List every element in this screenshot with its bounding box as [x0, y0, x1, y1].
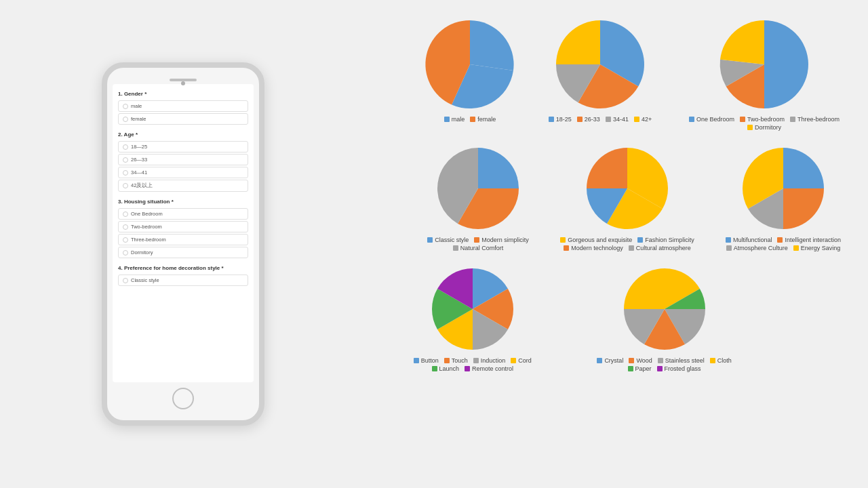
gender-title: 1. Gender * [118, 91, 248, 97]
gender-female[interactable]: female [118, 113, 248, 125]
form-section-housing: 3. Housing situation * One Bedroom Two-b… [118, 199, 248, 258]
legend-style1: Classic style Modern simplicity Natural … [417, 237, 539, 251]
chart-housing: One Bedroom Two-bedroom Three-bedroom Do… [679, 14, 849, 134]
phone-camera [181, 81, 185, 85]
age-34-41[interactable]: 34—41 [118, 167, 248, 178]
chart-style2: Gorgeous and exquisite Fashion Simplicit… [556, 141, 698, 255]
age-26-33[interactable]: 26—33 [118, 154, 248, 165]
chart-style1: Classic style Modern simplicity Natural … [414, 141, 542, 255]
legend-housing: One Bedroom Two-bedroom Three-bedroom Do… [683, 116, 846, 131]
phone-home-button[interactable] [172, 388, 194, 409]
housing-dorm[interactable]: Dormitory [118, 247, 248, 258]
housing-one[interactable]: One Bedroom [118, 208, 248, 220]
decoration-classic[interactable]: Classic style [118, 274, 248, 286]
legend-material: Crystal Wood Stainless steel Cloth Paper… [596, 357, 733, 372]
chart-switch: Button Touch Induction Cord Launch Remot… [407, 262, 538, 375]
age-title: 2. Age * [118, 131, 248, 138]
housing-two[interactable]: Two-bedroom [118, 221, 248, 232]
housing-title: 3. Housing situation * [118, 199, 248, 205]
legend-gender: male female [444, 116, 496, 123]
charts-area: male female 18-25 26-33 34-41 42+ [407, 14, 861, 474]
housing-three[interactable]: Three-bedroom [118, 234, 248, 245]
age-18-25[interactable]: 18—25 [118, 141, 248, 152]
form-section-age: 2. Age * 18—25 26—33 34—41 42及以上 [118, 131, 248, 192]
chart-gender: male female [419, 14, 521, 126]
gender-male[interactable]: male [118, 100, 248, 112]
legend-style3: Multifunctional Intelligent interaction … [715, 237, 851, 251]
legend-switch: Button Touch Induction Cord Launch Remot… [410, 357, 535, 372]
legend-style2: Gorgeous and exquisite Fashion Simplicit… [559, 237, 695, 251]
decoration-title: 4. Preference for home decoration style … [118, 265, 248, 271]
form-section-gender: 1. Gender * male female [118, 91, 248, 125]
phone-mockup: 1. Gender * male female 2. Age * 18—25 [102, 62, 264, 426]
form-section-decoration: 4. Preference for home decoration style … [118, 265, 248, 286]
phone-screen: 1. Gender * male female 2. Age * 18—25 [113, 84, 254, 382]
chart-style3: Multifunctional Intelligent interaction … [712, 141, 854, 255]
legend-age: 18-25 26-33 34-41 42+ [549, 116, 652, 123]
chart-material: Crystal Wood Stainless steel Cloth Paper… [593, 262, 736, 375]
chart-age: 18-25 26-33 34-41 42+ [545, 14, 655, 126]
age-42plus[interactable]: 42及以上 [118, 180, 248, 192]
